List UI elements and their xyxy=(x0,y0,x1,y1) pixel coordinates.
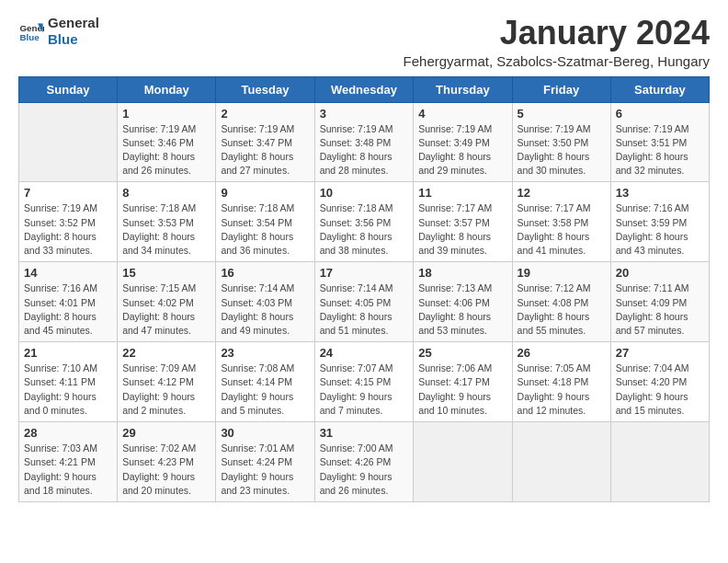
day-number: 21 xyxy=(24,346,112,360)
day-number: 9 xyxy=(221,186,309,200)
calendar-cell: 3Sunrise: 7:19 AMSunset: 3:48 PMDaylight… xyxy=(314,102,414,182)
day-number: 10 xyxy=(320,186,409,200)
calendar-cell: 9Sunrise: 7:18 AMSunset: 3:54 PMDaylight… xyxy=(216,182,314,262)
calendar-cell xyxy=(414,422,512,502)
day-number: 2 xyxy=(221,107,309,121)
day-number: 31 xyxy=(320,426,409,440)
day-info: Sunrise: 7:04 AMSunset: 4:20 PMDaylight:… xyxy=(616,362,704,418)
day-info: Sunrise: 7:10 AMSunset: 4:11 PMDaylight:… xyxy=(24,362,112,418)
day-info: Sunrise: 7:03 AMSunset: 4:21 PMDaylight:… xyxy=(24,442,112,498)
day-number: 26 xyxy=(518,346,606,360)
calendar-cell: 26Sunrise: 7:05 AMSunset: 4:18 PMDayligh… xyxy=(512,342,610,422)
calendar-header-sunday: Sunday xyxy=(19,76,118,102)
day-number: 3 xyxy=(320,107,409,121)
calendar-cell xyxy=(512,422,610,502)
calendar-cell: 18Sunrise: 7:13 AMSunset: 4:06 PMDayligh… xyxy=(414,262,512,342)
calendar-cell: 12Sunrise: 7:17 AMSunset: 3:58 PMDayligh… xyxy=(512,182,610,262)
calendar-cell: 4Sunrise: 7:19 AMSunset: 3:49 PMDaylight… xyxy=(414,102,512,182)
day-info: Sunrise: 7:14 AMSunset: 4:03 PMDaylight:… xyxy=(221,282,309,338)
calendar-header-saturday: Saturday xyxy=(610,76,709,102)
calendar-cell: 21Sunrise: 7:10 AMSunset: 4:11 PMDayligh… xyxy=(19,342,118,422)
day-number: 1 xyxy=(122,107,210,121)
logo: General Blue General Blue xyxy=(18,15,99,48)
page-header: General Blue General Blue January 2024 F… xyxy=(18,15,710,69)
day-info: Sunrise: 7:12 AMSunset: 4:08 PMDaylight:… xyxy=(518,282,606,338)
calendar-cell: 6Sunrise: 7:19 AMSunset: 3:51 PMDaylight… xyxy=(610,102,709,182)
day-info: Sunrise: 7:15 AMSunset: 4:02 PMDaylight:… xyxy=(122,282,210,338)
logo-icon: General Blue xyxy=(18,18,44,44)
day-info: Sunrise: 7:16 AMSunset: 3:59 PMDaylight:… xyxy=(616,201,704,258)
day-info: Sunrise: 7:18 AMSunset: 3:56 PMDaylight:… xyxy=(320,201,409,258)
day-info: Sunrise: 7:09 AMSunset: 4:12 PMDaylight:… xyxy=(122,362,210,418)
day-number: 15 xyxy=(122,266,210,280)
day-info: Sunrise: 7:19 AMSunset: 3:52 PMDaylight:… xyxy=(24,201,112,258)
calendar-cell: 10Sunrise: 7:18 AMSunset: 3:56 PMDayligh… xyxy=(314,182,414,262)
page-subtitle: Fehergyarmat, Szabolcs-Szatmar-Bereg, Hu… xyxy=(404,53,710,69)
calendar-header-friday: Friday xyxy=(512,76,610,102)
calendar-cell: 23Sunrise: 7:08 AMSunset: 4:14 PMDayligh… xyxy=(216,342,314,422)
calendar-cell: 20Sunrise: 7:11 AMSunset: 4:09 PMDayligh… xyxy=(610,262,709,342)
day-number: 14 xyxy=(24,266,112,280)
day-number: 11 xyxy=(418,186,506,200)
calendar-week-row: 14Sunrise: 7:16 AMSunset: 4:01 PMDayligh… xyxy=(19,262,710,342)
day-number: 5 xyxy=(518,107,606,121)
calendar-header-row: SundayMondayTuesdayWednesdayThursdayFrid… xyxy=(19,76,710,102)
day-info: Sunrise: 7:13 AMSunset: 4:06 PMDaylight:… xyxy=(418,282,506,338)
calendar-cell: 8Sunrise: 7:18 AMSunset: 3:53 PMDaylight… xyxy=(118,182,216,262)
calendar-cell: 25Sunrise: 7:06 AMSunset: 4:17 PMDayligh… xyxy=(414,342,512,422)
day-number: 12 xyxy=(518,186,606,200)
calendar-cell: 28Sunrise: 7:03 AMSunset: 4:21 PMDayligh… xyxy=(19,422,118,502)
day-number: 20 xyxy=(616,266,704,280)
day-info: Sunrise: 7:19 AMSunset: 3:51 PMDaylight:… xyxy=(616,122,704,178)
day-number: 19 xyxy=(518,266,606,280)
day-number: 4 xyxy=(418,107,506,121)
day-info: Sunrise: 7:14 AMSunset: 4:05 PMDaylight:… xyxy=(320,282,409,338)
calendar-cell xyxy=(19,102,118,182)
logo-general: General xyxy=(48,15,99,31)
day-number: 22 xyxy=(122,346,210,360)
day-info: Sunrise: 7:01 AMSunset: 4:24 PMDaylight:… xyxy=(221,442,309,498)
calendar-cell: 13Sunrise: 7:16 AMSunset: 3:59 PMDayligh… xyxy=(610,182,709,262)
calendar-cell: 5Sunrise: 7:19 AMSunset: 3:50 PMDaylight… xyxy=(512,102,610,182)
day-number: 30 xyxy=(221,426,309,440)
day-info: Sunrise: 7:19 AMSunset: 3:50 PMDaylight:… xyxy=(518,122,606,178)
calendar-cell: 30Sunrise: 7:01 AMSunset: 4:24 PMDayligh… xyxy=(216,422,314,502)
day-number: 27 xyxy=(616,346,704,360)
day-number: 7 xyxy=(24,186,112,200)
svg-text:Blue: Blue xyxy=(19,32,40,42)
day-info: Sunrise: 7:19 AMSunset: 3:46 PMDaylight:… xyxy=(122,122,210,178)
day-info: Sunrise: 7:02 AMSunset: 4:23 PMDaylight:… xyxy=(122,442,210,498)
calendar-cell: 31Sunrise: 7:00 AMSunset: 4:26 PMDayligh… xyxy=(314,422,414,502)
day-info: Sunrise: 7:18 AMSunset: 3:53 PMDaylight:… xyxy=(122,201,210,258)
day-info: Sunrise: 7:19 AMSunset: 3:49 PMDaylight:… xyxy=(418,122,506,178)
day-number: 25 xyxy=(418,346,506,360)
day-number: 17 xyxy=(320,266,409,280)
calendar-cell: 1Sunrise: 7:19 AMSunset: 3:46 PMDaylight… xyxy=(118,102,216,182)
day-number: 18 xyxy=(418,266,506,280)
calendar-cell: 27Sunrise: 7:04 AMSunset: 4:20 PMDayligh… xyxy=(610,342,709,422)
calendar-cell: 16Sunrise: 7:14 AMSunset: 4:03 PMDayligh… xyxy=(216,262,314,342)
calendar-cell: 11Sunrise: 7:17 AMSunset: 3:57 PMDayligh… xyxy=(414,182,512,262)
day-info: Sunrise: 7:06 AMSunset: 4:17 PMDaylight:… xyxy=(418,362,506,418)
calendar-week-row: 7Sunrise: 7:19 AMSunset: 3:52 PMDaylight… xyxy=(19,182,710,262)
day-number: 29 xyxy=(122,426,210,440)
day-info: Sunrise: 7:00 AMSunset: 4:26 PMDaylight:… xyxy=(320,442,409,498)
calendar-table: SundayMondayTuesdayWednesdayThursdayFrid… xyxy=(18,76,710,502)
calendar-header-tuesday: Tuesday xyxy=(216,76,314,102)
calendar-header-monday: Monday xyxy=(118,76,216,102)
calendar-header-wednesday: Wednesday xyxy=(314,76,414,102)
calendar-week-row: 1Sunrise: 7:19 AMSunset: 3:46 PMDaylight… xyxy=(19,102,710,182)
day-info: Sunrise: 7:17 AMSunset: 3:58 PMDaylight:… xyxy=(518,201,606,258)
calendar-cell: 7Sunrise: 7:19 AMSunset: 3:52 PMDaylight… xyxy=(19,182,118,262)
logo-blue: Blue xyxy=(48,31,99,48)
calendar-cell: 22Sunrise: 7:09 AMSunset: 4:12 PMDayligh… xyxy=(118,342,216,422)
calendar-cell: 29Sunrise: 7:02 AMSunset: 4:23 PMDayligh… xyxy=(118,422,216,502)
day-number: 6 xyxy=(616,107,704,121)
calendar-cell: 19Sunrise: 7:12 AMSunset: 4:08 PMDayligh… xyxy=(512,262,610,342)
calendar-week-row: 28Sunrise: 7:03 AMSunset: 4:21 PMDayligh… xyxy=(19,422,710,502)
day-number: 8 xyxy=(122,186,210,200)
day-info: Sunrise: 7:16 AMSunset: 4:01 PMDaylight:… xyxy=(24,282,112,338)
calendar-header-thursday: Thursday xyxy=(414,76,512,102)
day-number: 13 xyxy=(616,186,704,200)
day-number: 23 xyxy=(221,346,309,360)
